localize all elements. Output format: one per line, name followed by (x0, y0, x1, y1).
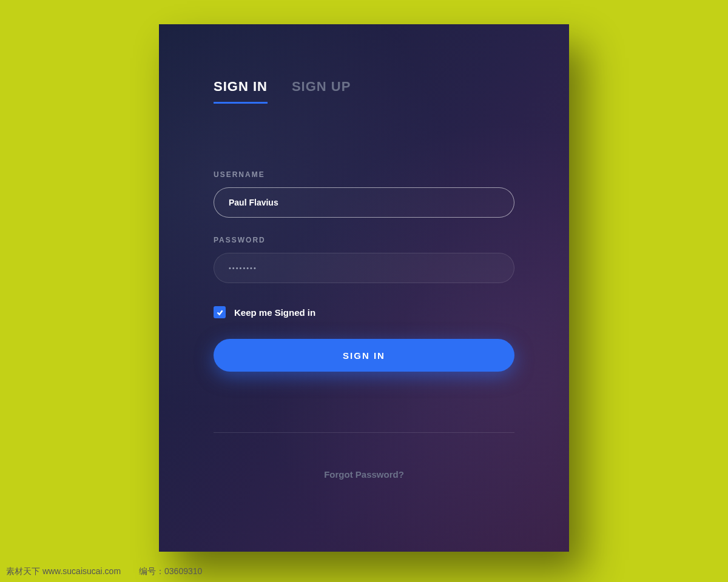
auth-tabs: SIGN IN SIGN UP (214, 79, 514, 104)
password-group: PASSWORD •••••••• (214, 236, 514, 283)
tab-sign-up[interactable]: SIGN UP (292, 79, 351, 104)
sign-in-button[interactable]: SIGN IN (214, 339, 514, 372)
divider (214, 432, 514, 433)
tab-sign-in[interactable]: SIGN IN (214, 79, 268, 104)
username-group: USERNAME (214, 170, 514, 218)
remember-checkbox[interactable] (214, 306, 226, 318)
page-meta: 素材天下 www.sucaisucai.com 编号：03609310 (6, 566, 202, 577)
password-label: PASSWORD (214, 236, 514, 244)
username-input[interactable] (214, 187, 514, 218)
username-label: USERNAME (214, 170, 514, 179)
remember-row: Keep me Signed in (214, 306, 514, 318)
meta-id: 编号：03609310 (139, 566, 202, 577)
meta-site: 素材天下 www.sucaisucai.com (6, 566, 121, 577)
check-icon (216, 309, 224, 316)
remember-label: Keep me Signed in (234, 307, 315, 318)
login-card: SIGN IN SIGN UP USERNAME PASSWORD ••••••… (159, 24, 569, 552)
password-input[interactable]: •••••••• (214, 253, 514, 283)
forgot-password-link[interactable]: Forgot Password? (214, 469, 514, 480)
login-content: SIGN IN SIGN UP USERNAME PASSWORD ••••••… (159, 24, 569, 480)
